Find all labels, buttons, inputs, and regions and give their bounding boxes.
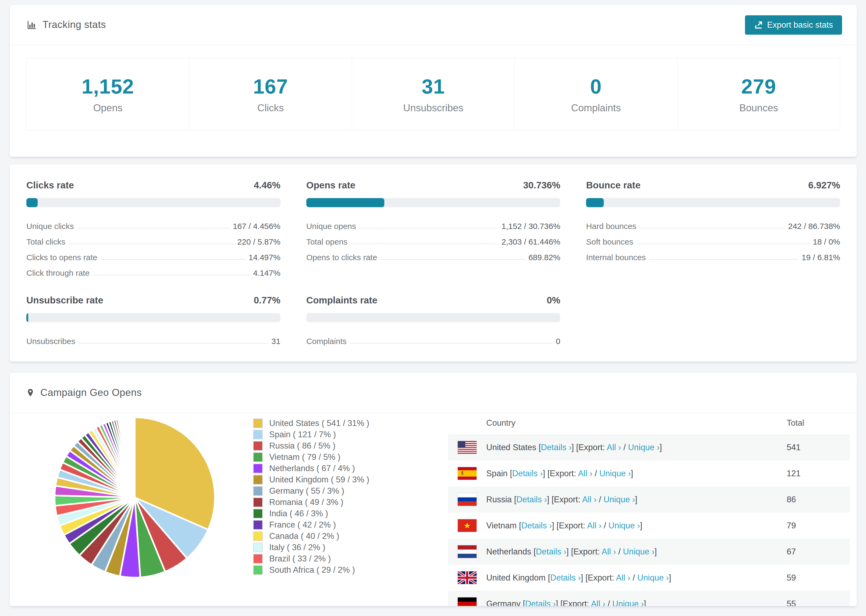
geo-country-cell: Germany [Details ›] [Export: All › / Uni… <box>448 597 787 606</box>
dotted-leader <box>381 259 525 259</box>
legend-item: Italy ( 36 / 2% ) <box>253 542 369 553</box>
geo-table-row: Spain [Details ›] [Export: All › / Uniqu… <box>448 460 850 486</box>
flag-gb-icon <box>458 571 477 584</box>
export-all-link[interactable]: All › <box>607 443 621 452</box>
details-link[interactable]: Details › <box>525 599 556 607</box>
export-unique-link[interactable]: Unique › <box>628 443 660 452</box>
map-pin-icon <box>26 388 35 398</box>
progress-bar <box>26 313 280 322</box>
rate-detail-value: 19 / 6.81% <box>802 253 840 262</box>
stat-box-clicks: 167 Clicks <box>189 58 352 130</box>
legend-item: Canada ( 40 / 2% ) <box>253 531 369 542</box>
rate-detail-value: 167 / 4.456% <box>233 222 280 231</box>
legend-label: United States ( 541 / 31% ) <box>269 418 369 428</box>
geo-table-row: Russia [Details ›] [Export: All › / Uniq… <box>448 486 850 512</box>
rate-head: Complaints rate 0% <box>306 295 561 306</box>
rate-detail-label: Soft bounces <box>586 237 633 247</box>
rate-detail-label: Unsubscribes <box>26 337 75 346</box>
details-link[interactable]: Details › <box>512 469 543 478</box>
export-basic-stats-button[interactable]: Export basic stats <box>745 15 842 35</box>
rate-detail-value: 1,152 / 30.736% <box>502 222 561 231</box>
geo-table-header-total: Total <box>787 418 850 428</box>
dotted-leader <box>78 228 229 228</box>
rate-detail-label: Unique opens <box>306 222 356 231</box>
export-unique-link[interactable]: Unique › <box>599 469 631 478</box>
rate-value: 0% <box>547 295 561 306</box>
export-all-link[interactable]: All › <box>578 469 592 478</box>
rate-title: Complaints rate <box>306 295 378 306</box>
geo-table-row: Germany [Details ›] [Export: All › / Uni… <box>448 591 850 606</box>
geo-table-body: United States [Details ›] [Export: All ›… <box>448 434 850 606</box>
stat-box-unsubscribes: 31 Unsubscribes <box>352 58 515 130</box>
legend-label: Russia ( 86 / 5% ) <box>269 441 335 451</box>
export-all-link[interactable]: All › <box>582 495 597 504</box>
legend-item: France ( 42 / 2% ) <box>253 519 369 531</box>
geo-country-cell: United States [Details ›] [Export: All ›… <box>448 441 787 454</box>
export-unique-link[interactable]: Unique › <box>623 547 654 556</box>
rate-detail-label: Click through rate <box>26 269 90 278</box>
geo-pie-chart <box>52 415 217 580</box>
export-all-link[interactable]: All › <box>616 573 630 582</box>
export-unique-link[interactable]: Unique › <box>612 599 644 607</box>
details-link[interactable]: Details › <box>521 521 552 530</box>
legend-item: United Kingdom ( 59 / 3% ) <box>253 474 369 486</box>
dotted-leader <box>351 244 498 244</box>
rate-detail-row: Unsubscribes 31 <box>26 330 280 346</box>
rates-grid: Clicks rate 4.46% Unique clicks 167 / 4.… <box>26 180 840 346</box>
details-link[interactable]: Details › <box>550 573 581 582</box>
geo-total-cell: 67 <box>787 547 850 556</box>
export-all-link[interactable]: All › <box>601 547 616 556</box>
geo-country-cell: United Kingdom [Details ›] [Export: All … <box>448 571 787 584</box>
legend-swatch-icon <box>253 452 263 462</box>
pie-chart-svg <box>52 415 217 580</box>
rate-detail-value: 18 / 0% <box>813 237 840 247</box>
rate-value: 6.927% <box>808 180 840 190</box>
details-link[interactable]: Details › <box>541 443 572 452</box>
progress-bar-fill <box>586 198 603 207</box>
rate-detail-row: Soft bounces 18 / 0% <box>586 231 840 247</box>
geo-country-cell: Vietnam [Details ›] [Export: All › / Uni… <box>448 519 787 532</box>
stat-value: 1,152 <box>82 75 134 98</box>
rate-block: Clicks rate 4.46% Unique clicks 167 / 4.… <box>26 180 280 278</box>
legend-swatch-icon <box>253 475 263 485</box>
legend-item: South Africa ( 29 / 2% ) <box>253 564 369 576</box>
rate-title: Unsubscribe rate <box>26 295 103 306</box>
details-link[interactable]: Details › <box>516 495 547 504</box>
dotted-leader <box>101 259 245 259</box>
rate-detail-label: Unique clicks <box>26 222 74 231</box>
legend-label: United Kingdom ( 59 / 3% ) <box>269 475 369 485</box>
rate-head: Clicks rate 4.46% <box>26 180 280 190</box>
progress-bar <box>586 198 840 207</box>
legend-item: Russia ( 86 / 5% ) <box>253 440 369 451</box>
export-all-link[interactable]: All › <box>587 521 601 530</box>
geo-opens-card: Campaign Geo Opens United States ( 541 /… <box>9 372 857 606</box>
rate-detail-value: 220 / 5.87% <box>238 237 280 247</box>
export-all-link[interactable]: All › <box>591 599 605 607</box>
rate-detail-label: Opens to clicks rate <box>306 253 377 262</box>
country-name: Spain <box>486 469 507 478</box>
export-unique-link[interactable]: Unique › <box>603 495 635 504</box>
geo-legend: United States ( 541 / 31% ) Spain ( 121 … <box>253 418 369 576</box>
details-link[interactable]: Details › <box>536 547 567 556</box>
legend-item: Netherlands ( 67 / 4% ) <box>253 463 369 474</box>
legend-swatch-icon <box>253 430 263 439</box>
legend-swatch-icon <box>253 554 263 564</box>
country-name: United Kingdom <box>486 573 546 582</box>
geo-country-cell: Russia [Details ›] [Export: All › / Uniq… <box>448 493 787 506</box>
export-unique-link[interactable]: Unique › <box>638 573 669 582</box>
export-unique-link[interactable]: Unique › <box>608 521 640 530</box>
legend-swatch-icon <box>253 565 263 575</box>
rate-detail-label: Total clicks <box>26 237 65 247</box>
geo-total-cell: 86 <box>787 495 850 504</box>
geo-opens-title-text: Campaign Geo Opens <box>40 387 142 398</box>
dotted-leader <box>360 228 498 228</box>
rate-detail-row: Internal bounces 19 / 6.81% <box>586 247 840 262</box>
rate-block: Complaints rate 0% Complaints 0 <box>306 295 561 346</box>
dotted-leader <box>640 228 784 228</box>
stat-label: Clicks <box>257 102 284 114</box>
rate-detail-row: Total opens 2,303 / 61.446% <box>306 231 561 247</box>
country-name: Netherlands <box>486 547 531 556</box>
stat-label: Opens <box>93 102 122 114</box>
geo-table-header: Country Total <box>448 412 850 434</box>
rate-detail-row: Total clicks 220 / 5.87% <box>26 231 280 247</box>
